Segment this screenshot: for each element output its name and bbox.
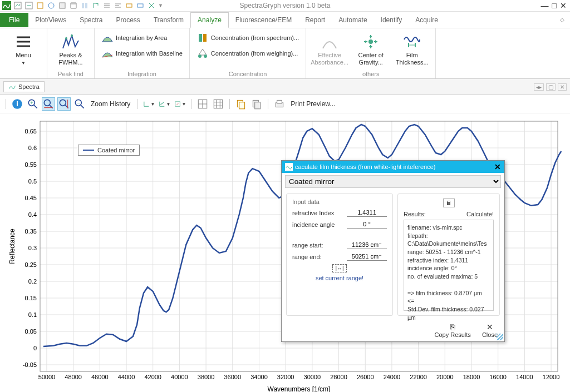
dialog-close-icon[interactable]: ✕ (494, 162, 501, 171)
svg-text:40000: 40000 (171, 374, 188, 380)
svg-text:38000: 38000 (198, 374, 215, 380)
tab-automate[interactable]: Automate (332, 13, 374, 27)
doc-view-2[interactable]: ▢ (546, 83, 556, 91)
svg-text:Wavenumbers [1/cm]: Wavenumbers [1/cm] (268, 385, 331, 392)
qat-icon-8[interactable] (91, 1, 100, 10)
svg-rect-5 (60, 3, 65, 8)
qat-icon-1[interactable] (13, 1, 22, 10)
zoom-out-icon[interactable]: − (73, 97, 86, 111)
integration-baseline-button[interactable]: Integration with Baseline (99, 46, 185, 61)
doc-close-icon[interactable]: ✕ (558, 83, 567, 91)
set-range-button[interactable]: set current range! (292, 275, 387, 281)
svg-text:26000: 26000 (357, 374, 374, 380)
qat-icon-4[interactable] (47, 1, 56, 10)
calculator-icon[interactable]: 🖩 (443, 199, 455, 207)
results-textbox[interactable]: filename: vis-mirr.spc filepath: C:\Data… (404, 220, 494, 311)
tab-identify[interactable]: Identify (374, 13, 409, 27)
zoom-history-button[interactable]: Zoom History (89, 100, 132, 108)
tab-spectra[interactable]: Spectra (73, 13, 109, 27)
svg-text:0.35: 0.35 (25, 228, 37, 235)
concentration-spectrum-button[interactable]: Concentration (from spectrum)... (194, 31, 301, 45)
svg-point-23 (44, 100, 50, 106)
copy-icon-1[interactable] (234, 97, 248, 111)
print-icon[interactable] (273, 97, 286, 111)
qat-overflow[interactable]: ▼ (158, 3, 163, 8)
svg-text:42000: 42000 (144, 374, 161, 380)
print-preview-button[interactable]: Print Preview... (288, 100, 337, 108)
ribbon-group-others: Effective Absorbance... Center of Gravit… (306, 28, 436, 78)
tab-transform[interactable]: Transform (147, 13, 190, 27)
qat-icon-2[interactable] (24, 1, 33, 10)
tab-process[interactable]: Process (110, 13, 147, 27)
copy-results-button[interactable]: ⎘Copy Results (434, 322, 470, 338)
peaks-fwhm-button[interactable]: Peaks & FWHM... (52, 31, 90, 68)
maximize-button[interactable]: □ (552, 1, 557, 10)
refractive-label: refractive Index (292, 210, 334, 216)
svg-rect-6 (82, 3, 84, 8)
qat-icon-12[interactable] (136, 1, 145, 10)
axis-tool-3[interactable]: ▼ (173, 97, 186, 111)
file-tab[interactable]: File (0, 13, 28, 27)
qat-icon-3[interactable] (36, 1, 45, 10)
axis-tool-2[interactable]: ▼ (158, 97, 171, 111)
qat-icon-7[interactable] (80, 1, 89, 10)
refractive-input[interactable] (347, 209, 387, 217)
svg-text:16000: 16000 (489, 374, 507, 380)
quick-access-toolbar: ▼ SpectraGryph version 1.0 beta — □ ✕ (0, 0, 570, 12)
minimize-button[interactable]: — (541, 1, 549, 10)
spectrum-select[interactable]: Coated mirror (285, 175, 501, 188)
doc-view-1[interactable]: ◂▸ (534, 83, 544, 91)
film-thickness-button[interactable]: Film Thickness... (393, 31, 431, 68)
dialog-titlebar[interactable]: caculate film thickness (from white-ligh… (282, 161, 504, 173)
qat-icon-9[interactable] (102, 1, 111, 10)
svg-rect-36 (255, 102, 261, 109)
info-icon[interactable]: i (11, 97, 24, 111)
svg-text:0.3: 0.3 (28, 245, 37, 251)
concentration-weighing-button[interactable]: Concentration (from weighing)... (194, 46, 301, 61)
svg-text:20000: 20000 (436, 374, 454, 380)
help-icon[interactable]: ◇ (560, 17, 564, 23)
zoom-x-icon[interactable] (42, 97, 55, 111)
range-start-input[interactable] (347, 241, 387, 249)
dialog-close-button[interactable]: ✕Close (482, 322, 498, 338)
range-icon[interactable]: |↔| (332, 264, 347, 272)
integration-area-button[interactable]: Integration by Area (99, 31, 185, 45)
qat-icon-13[interactable] (147, 1, 156, 10)
document-tab[interactable]: Spectra (3, 81, 45, 92)
resize-grip[interactable] (497, 334, 503, 340)
dialog-icon (285, 163, 293, 171)
copy-icon-2[interactable] (250, 97, 263, 111)
qat-icon-5[interactable] (58, 1, 67, 10)
tab-fluorescence[interactable]: Fluorescence/EEM (229, 13, 298, 27)
legend-label: Coated mirror (97, 147, 135, 153)
calculate-button[interactable]: Calculate! (466, 211, 494, 217)
axis-tool-1[interactable]: ▼ (142, 97, 155, 111)
tab-analyze[interactable]: Analyze (190, 12, 229, 28)
effective-absorbance-button[interactable]: Effective Absorbance... (311, 31, 348, 68)
center-gravity-button[interactable]: Center of Gravity... (352, 31, 390, 68)
qat-icon-10[interactable] (114, 1, 122, 10)
svg-point-16 (204, 54, 207, 58)
zoom-y-icon[interactable] (57, 97, 71, 111)
grid-icon-1[interactable] (196, 97, 209, 111)
svg-rect-38 (277, 101, 282, 104)
input-panel: Input data refractive Index incidence an… (286, 193, 393, 316)
angle-input[interactable] (347, 220, 387, 229)
grid-icon-2[interactable] (212, 97, 225, 111)
legend[interactable]: Coated mirror (78, 145, 140, 156)
svg-rect-8 (126, 4, 132, 7)
svg-text:0.1: 0.1 (28, 311, 37, 318)
qat-icon-11[interactable] (125, 1, 134, 10)
film-thickness-dialog: caculate film thickness (from white-ligh… (281, 160, 505, 342)
qat-icon-6[interactable] (69, 1, 78, 10)
zoom-in-icon[interactable]: + (26, 97, 40, 111)
svg-point-10 (65, 37, 67, 39)
tab-report[interactable]: Report (298, 13, 332, 27)
tab-acquire[interactable]: Acquire (409, 13, 445, 27)
close-button[interactable]: ✕ (560, 1, 567, 10)
svg-text:22000: 22000 (410, 374, 427, 380)
tab-plotviews[interactable]: Plot/Views (28, 13, 73, 27)
range-end-input[interactable] (347, 252, 387, 261)
svg-text:28000: 28000 (330, 374, 347, 380)
menu-button[interactable]: Menu▼ (4, 31, 42, 68)
